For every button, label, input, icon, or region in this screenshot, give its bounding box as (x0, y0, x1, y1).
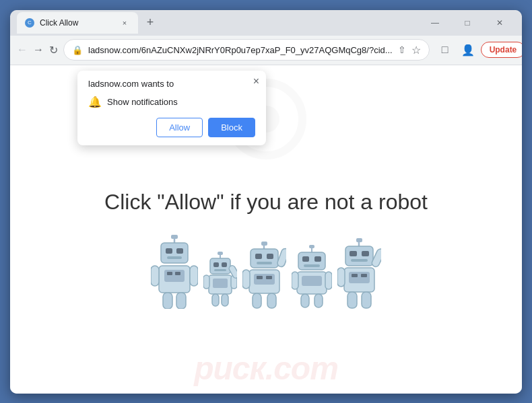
watermark-text: риск.com (194, 350, 338, 387)
svg-rect-4 (176, 248, 183, 254)
main-content: Click "Allow" if you are not a robot (91, 176, 441, 322)
svg-rect-34 (254, 274, 275, 285)
new-tab-button[interactable]: + (141, 13, 160, 32)
svg-rect-8 (167, 272, 172, 275)
svg-rect-42 (309, 245, 314, 248)
svg-rect-15 (218, 252, 223, 255)
title-bar: C Click Allow × + — □ ✕ (10, 10, 522, 36)
svg-rect-26 (222, 294, 228, 306)
svg-rect-44 (302, 256, 309, 262)
browser-window: C Click Allow × + — □ ✕ ← → ↻ 🔒 ladsnow.… (10, 10, 522, 394)
robot-1 (151, 235, 198, 309)
bookmark-icon[interactable]: ☆ (411, 44, 421, 57)
popup-title: ladsnow.com wants to (88, 79, 255, 89)
robot-2 (203, 252, 237, 309)
svg-rect-10 (151, 266, 159, 286)
popup-permission: 🔔 Show notifications (88, 96, 255, 108)
minimize-button[interactable]: — (420, 12, 451, 34)
active-tab[interactable]: C Click Allow × (17, 12, 138, 34)
svg-rect-16 (210, 258, 230, 274)
update-button[interactable]: Update (481, 42, 522, 58)
robot-5 (337, 238, 381, 309)
svg-rect-28 (261, 242, 267, 246)
svg-rect-39 (253, 293, 261, 308)
extensions-button[interactable]: □ (435, 40, 455, 60)
robot-3 (242, 242, 286, 309)
svg-rect-58 (351, 259, 368, 262)
reload-button[interactable]: ↻ (49, 40, 58, 60)
svg-rect-66 (362, 292, 371, 308)
toolbar-right: □ 👤 Update ⋮ (435, 40, 522, 60)
notification-popup: × ladsnow.com wants to 🔔 Show notificati… (77, 71, 266, 145)
svg-rect-19 (214, 269, 226, 271)
forward-button[interactable]: → (33, 40, 44, 60)
svg-rect-7 (164, 270, 185, 282)
svg-rect-11 (190, 266, 198, 286)
svg-rect-38 (242, 270, 250, 289)
tab-strip: C Click Allow × + (17, 10, 415, 36)
svg-rect-55 (345, 246, 373, 266)
robot-4 (292, 245, 332, 309)
svg-rect-48 (302, 276, 322, 286)
address-bar[interactable]: 🔒 ladsnow.com/6nAZuCNXw2jNRrY0Rp0u7ep7xa… (63, 39, 430, 61)
tab-title: Click Allow (40, 18, 114, 28)
svg-rect-29 (251, 249, 278, 268)
svg-rect-43 (298, 252, 325, 270)
share-icon: ⇧ (398, 44, 406, 55)
svg-rect-13 (176, 293, 186, 309)
svg-rect-2 (161, 243, 188, 263)
robots-illustration (104, 235, 428, 309)
svg-rect-64 (337, 268, 345, 287)
svg-rect-56 (350, 251, 357, 256)
svg-rect-32 (257, 262, 272, 264)
allow-button[interactable]: Allow (156, 118, 203, 137)
toolbar: ← → ↻ 🔒 ladsnow.com/6nAZuCNXw2jNRrY0Rp0u… (10, 36, 522, 65)
svg-rect-5 (167, 256, 182, 259)
content-area: риск.com × ladsnow.com wants to 🔔 Show n… (10, 65, 522, 394)
svg-rect-61 (352, 274, 358, 277)
window-controls: — □ ✕ (420, 12, 515, 34)
svg-rect-35 (257, 276, 263, 279)
svg-rect-22 (203, 275, 209, 289)
svg-rect-31 (267, 254, 273, 259)
svg-rect-1 (171, 235, 178, 239)
svg-rect-3 (166, 248, 172, 254)
svg-rect-25 (212, 294, 219, 306)
svg-rect-62 (361, 274, 367, 277)
back-button[interactable]: ← (17, 40, 28, 60)
svg-rect-49 (292, 272, 298, 289)
popup-buttons: Allow Block (88, 118, 255, 137)
block-button[interactable]: Block (208, 118, 255, 137)
maximize-button[interactable]: □ (452, 12, 483, 34)
svg-rect-65 (347, 292, 357, 308)
svg-rect-30 (255, 254, 262, 259)
close-button[interactable]: ✕ (484, 12, 515, 34)
svg-rect-40 (267, 293, 276, 308)
profile-button[interactable]: 👤 (458, 40, 478, 60)
svg-rect-54 (356, 238, 362, 242)
svg-rect-17 (213, 262, 219, 267)
popup-close-button[interactable]: × (253, 76, 259, 87)
svg-rect-52 (314, 294, 323, 307)
svg-rect-60 (349, 272, 370, 283)
svg-rect-46 (304, 264, 320, 267)
svg-rect-57 (362, 251, 369, 256)
svg-rect-21 (213, 279, 228, 288)
permission-text: Show notifications (107, 97, 178, 107)
svg-rect-45 (314, 256, 321, 262)
svg-rect-12 (163, 293, 172, 309)
address-text: ladsnow.com/6nAZuCNXw2jNRrY0Rp0u7ep7xaP_… (88, 45, 393, 55)
svg-rect-51 (301, 294, 309, 307)
svg-rect-18 (222, 262, 227, 267)
svg-rect-50 (325, 272, 332, 289)
bell-icon: 🔔 (88, 96, 102, 108)
lock-icon: 🔒 (72, 45, 83, 55)
tab-favicon: C (25, 18, 34, 28)
tab-close-button[interactable]: × (119, 17, 130, 28)
svg-rect-9 (175, 272, 180, 275)
robot-text: Click "Allow" if you are not a robot (104, 190, 428, 215)
svg-rect-36 (266, 276, 272, 279)
